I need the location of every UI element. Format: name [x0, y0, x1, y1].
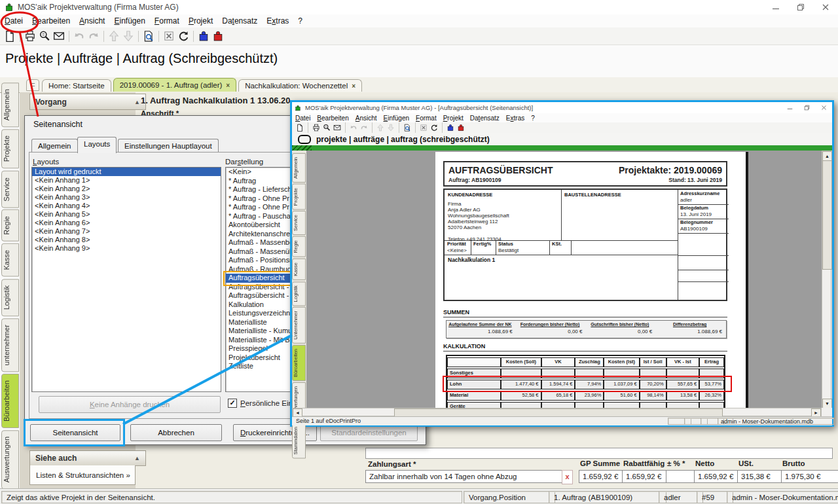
dialog-tab-allgemein[interactable]: Allgemein: [31, 139, 78, 153]
refresh-icon[interactable]: [430, 124, 438, 132]
sidebar-item-allgemein[interactable]: Allgemein: [1, 82, 19, 127]
scroll-down-icon[interactable]: ▼: [822, 399, 832, 408]
menu-item--[interactable]: ?: [528, 114, 538, 122]
sidebar-item-projekte[interactable]: Projekte: [292, 184, 306, 210]
abort-icon[interactable]: [163, 30, 175, 42]
menu-item--[interactable]: ?: [293, 15, 307, 27]
listen-strukturansichten-link[interactable]: Listen & Strukturansichten »: [36, 471, 130, 479]
tab-2019-00069-1-auftrag-adler-[interactable]: 2019.00069 - 1. Auftrag (adler)×: [113, 78, 236, 92]
vertical-scrollbar[interactable]: ▲ ▼: [822, 151, 831, 408]
maximize-button[interactable]: [788, 0, 813, 14]
sidebar-item-logistik[interactable]: Logistik: [292, 281, 306, 306]
new-document-icon[interactable]: [4, 30, 16, 42]
menu-item-ansicht[interactable]: Ansicht: [75, 15, 109, 27]
mail-icon[interactable]: [53, 30, 65, 42]
menu-item-datei[interactable]: Datei: [292, 114, 314, 122]
siehe-auch-panel-header[interactable]: Siehe auch ▲: [29, 450, 146, 466]
keine-anhaenge-button[interactable]: Keine Anhänge drucken: [39, 396, 221, 413]
maximize-button[interactable]: [798, 102, 815, 113]
minimize-button[interactable]: [781, 102, 798, 113]
import-module-icon[interactable]: [198, 30, 210, 42]
list-item[interactable]: <Kein Anhang 7>: [32, 227, 221, 236]
list-item[interactable]: <Kein Anhang 4>: [32, 202, 221, 210]
print-icon[interactable]: [24, 30, 36, 42]
menu-item-einfügen[interactable]: Einfügen: [380, 114, 412, 122]
undo-icon[interactable]: [73, 30, 85, 42]
sidebar-item-unternehmer[interactable]: Unternehmer: [292, 307, 306, 344]
scroll-up-icon[interactable]: ▲: [822, 151, 832, 161]
text-field-sliver[interactable]: [365, 448, 833, 459]
new-document-icon[interactable]: [296, 124, 304, 132]
close-button[interactable]: [815, 102, 832, 113]
tab-home-startseite[interactable]: Home: Startseite: [42, 79, 111, 92]
checkbox-icon[interactable]: ✓: [228, 399, 237, 408]
sidebar-item-kasse[interactable]: Kasse: [1, 243, 19, 277]
list-item[interactable]: <Kein Anhang 3>: [32, 193, 221, 202]
sidebar-item-büroarbeiten[interactable]: Büroarbeiten: [292, 345, 306, 381]
sidebar-item-allgemein[interactable]: Allgemein: [292, 153, 306, 183]
minimize-button[interactable]: [763, 0, 788, 14]
undo-icon[interactable]: [350, 124, 357, 132]
move-up-icon[interactable]: [376, 124, 384, 132]
list-item[interactable]: <Kein Anhang 1>: [32, 176, 221, 185]
export-module-icon[interactable]: [457, 124, 465, 132]
import-module-icon[interactable]: [446, 124, 454, 132]
redo-icon[interactable]: [88, 30, 100, 42]
sidebar-item-stammdaten[interactable]: Stammdaten: [292, 423, 306, 459]
menu-item-ansicht[interactable]: Ansicht: [352, 114, 380, 122]
menu-item-datensatz[interactable]: Datensatz: [467, 114, 503, 122]
menu-item-bearbeiten[interactable]: Bearbeiten: [27, 15, 75, 27]
abbrechen-button[interactable]: Abbrechen: [130, 424, 222, 441]
menu-item-bearbeiten[interactable]: Bearbeiten: [314, 114, 352, 122]
move-down-icon[interactable]: [387, 124, 395, 132]
sidebar-item-service[interactable]: Service: [1, 171, 19, 208]
vertical-scroll-thumb[interactable]: [822, 160, 832, 270]
print-preview-icon[interactable]: [323, 124, 331, 132]
dialog-tab-layouts[interactable]: Layouts: [77, 137, 117, 153]
menu-item-einfügen[interactable]: Einfügen: [109, 15, 149, 27]
refresh-icon[interactable]: [177, 30, 189, 42]
list-item[interactable]: <Kein Anhang 9>: [32, 244, 221, 253]
zahlungsart-input[interactable]: Zahlbar innerhalb von 14 Tagen ohne Abzu…: [365, 470, 567, 483]
sidebar-item-logistik[interactable]: Logistik: [1, 279, 19, 316]
sidebar-item-kasse[interactable]: Kasse: [292, 259, 306, 280]
tab-overview-button[interactable]: ⊂: [26, 79, 39, 91]
menu-item-datei[interactable]: Datei: [0, 15, 27, 27]
redo-icon[interactable]: [360, 124, 368, 132]
sidebar-item-projekte[interactable]: Projekte: [1, 129, 19, 168]
export-module-icon[interactable]: [212, 30, 224, 42]
mail-icon[interactable]: [333, 124, 341, 132]
close-tab-icon[interactable]: ×: [352, 81, 355, 92]
close-button[interactable]: [813, 0, 838, 14]
sidebar-item-regie[interactable]: Regie: [1, 209, 19, 242]
layouts-listbox[interactable]: Layout wird gedruckt<Kein Anhang 1><Kein…: [31, 167, 221, 392]
document-search-icon[interactable]: [403, 124, 411, 132]
document-search-icon[interactable]: [143, 30, 155, 42]
sidebar-item-büroarbeiten[interactable]: Büroarbeiten: [1, 374, 19, 428]
print-preview-icon[interactable]: [39, 30, 50, 42]
sidebar-item-regie[interactable]: Regie: [292, 236, 306, 257]
close-tab-icon[interactable]: ×: [226, 80, 230, 91]
print-icon[interactable]: [312, 124, 320, 132]
abort-icon[interactable]: [420, 124, 428, 132]
menu-item-format[interactable]: Format: [150, 15, 184, 27]
move-up-icon[interactable]: [108, 30, 120, 42]
list-item[interactable]: <Kein Anhang 5>: [32, 210, 221, 219]
list-item[interactable]: Layout wird gedruckt: [32, 168, 221, 176]
menu-item-projekt[interactable]: Projekt: [440, 114, 467, 122]
collapse-icon[interactable]: ▲: [134, 455, 140, 461]
menu-item-projekt[interactable]: Projekt: [184, 15, 217, 27]
horizontal-scrollbar[interactable]: ◄ ►: [292, 408, 822, 416]
menu-item-format[interactable]: Format: [412, 114, 440, 122]
dialog-tab-einstellungen-hauptlayout[interactable]: Einstellungen Hauptlayout: [118, 139, 219, 153]
move-down-icon[interactable]: [122, 30, 134, 42]
menu-item-extras[interactable]: Extras: [503, 114, 528, 122]
list-item[interactable]: <Kein Anhang 8>: [32, 236, 221, 244]
seitenansicht-button[interactable]: Seitenansicht: [30, 424, 120, 441]
collapse-icon[interactable]: ▲: [134, 99, 140, 105]
sidebar-item-unternehmer[interactable]: unternehmer: [1, 318, 19, 372]
list-item[interactable]: <Kein Anhang 6>: [32, 219, 221, 227]
sidebar-item-auswertungen[interactable]: Auswertungen: [1, 430, 19, 489]
tab-nachkalkulation-wochenzettel[interactable]: Nachkalkulation: Wochenzettel×: [238, 79, 362, 92]
vorgang-panel-header[interactable]: Vorgang ▲: [29, 94, 146, 110]
